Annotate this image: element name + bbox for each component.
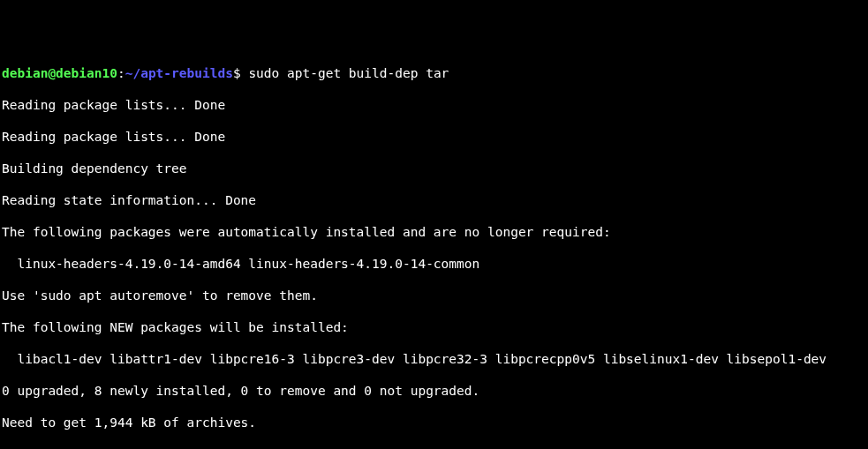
prompt-path: ~/apt-rebuilds — [125, 66, 233, 80]
prompt-suffix: $ — [233, 66, 248, 80]
output-line: Reading package lists... Done — [2, 129, 866, 145]
output-line: linux-headers-4.19.0-14-amd64 linux-head… — [2, 256, 866, 272]
output-line: Need to get 1,944 kB of archives. — [2, 415, 866, 430]
output-line: Use 'sudo apt autoremove' to remove them… — [2, 288, 866, 303]
output-line: The following packages were automaticall… — [2, 224, 866, 240]
output-line: 0 upgraded, 8 newly installed, 0 to remo… — [2, 383, 866, 399]
terminal-window[interactable]: { "prompt": { "user_host": "debian@debia… — [0, 0, 868, 449]
output-line: The following NEW packages will be insta… — [2, 319, 866, 335]
output-line: Reading package lists... Done — [2, 97, 866, 113]
output-line: Reading state information... Done — [2, 192, 866, 208]
prompt-user-host: debian@debian10 — [2, 66, 117, 80]
output-line: Building dependency tree — [2, 161, 866, 176]
prompt-colon: : — [117, 66, 125, 80]
output-line: libacl1-dev libattr1-dev libpcre16-3 lib… — [2, 351, 866, 367]
prompt-line: debian@debian10:~/apt-rebuilds$ sudo apt… — [2, 65, 866, 81]
command-text: sudo apt-get build-dep tar — [248, 66, 449, 80]
